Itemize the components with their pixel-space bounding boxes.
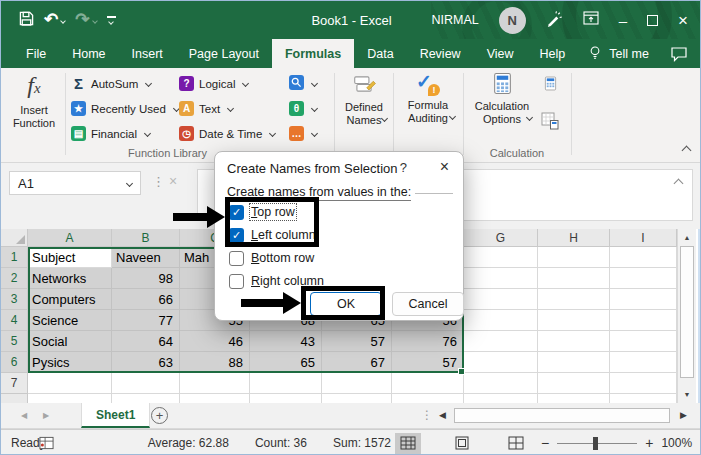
zoom-level[interactable]: 100% xyxy=(661,436,692,450)
tab-review[interactable]: Review xyxy=(407,39,474,68)
cell-A4[interactable]: Science xyxy=(28,310,112,331)
cell-I5[interactable] xyxy=(610,331,677,352)
cell-A6[interactable]: Pysics xyxy=(28,352,112,373)
cell-B8[interactable] xyxy=(112,394,180,403)
cell-E5[interactable]: 57 xyxy=(322,331,392,352)
cell-I1[interactable] xyxy=(610,247,677,268)
cell-H2[interactable] xyxy=(538,268,610,289)
column-header-A[interactable]: A xyxy=(28,229,112,247)
cell-I6[interactable] xyxy=(610,352,677,373)
cell-B3[interactable]: 66 xyxy=(112,289,180,310)
name-box-dropdown-icon[interactable] xyxy=(126,179,133,186)
zoom-out-icon[interactable]: − xyxy=(541,435,549,451)
cell-F7[interactable] xyxy=(392,373,464,394)
zoom-slider[interactable] xyxy=(557,443,637,444)
ok-button[interactable]: OK xyxy=(310,292,382,316)
checkbox-option-top-row[interactable]: ✓Top row xyxy=(229,204,324,220)
cell-A2[interactable]: Networks xyxy=(28,268,112,289)
cell-I7[interactable] xyxy=(610,373,677,394)
cell-H4[interactable] xyxy=(538,310,610,331)
zoom-in-icon[interactable]: + xyxy=(645,435,653,451)
cell-D6[interactable]: 65 xyxy=(250,352,322,373)
minimize-button[interactable]: – xyxy=(619,13,627,28)
recently-used-button[interactable]: ★ Recently Used xyxy=(71,98,179,119)
tab-data[interactable]: Data xyxy=(354,39,406,68)
checkbox-option-bottom-row[interactable]: Bottom row xyxy=(229,250,324,266)
unchecked-checkbox-icon[interactable] xyxy=(229,274,244,289)
tab-formulas[interactable]: Formulas xyxy=(272,39,354,68)
cell-H3[interactable] xyxy=(538,289,610,310)
close-button[interactable]: × xyxy=(678,12,688,29)
cell-H1[interactable] xyxy=(538,247,610,268)
calculation-options-button[interactable]: Calculation Options xyxy=(467,72,537,120)
financial-button[interactable]: ▤ Financial xyxy=(71,123,179,144)
normal-view-button[interactable] xyxy=(395,433,421,455)
calculate-sheet-icon[interactable] xyxy=(541,112,559,134)
ribbon-display-options-icon[interactable] xyxy=(583,11,599,29)
cancel-button[interactable]: Cancel xyxy=(392,292,464,316)
tab-home[interactable]: Home xyxy=(59,39,118,68)
column-header-B[interactable]: B xyxy=(112,229,180,247)
cell-E8[interactable] xyxy=(322,394,392,403)
cell-D7[interactable] xyxy=(250,373,322,394)
scroll-up-icon[interactable]: ▲ xyxy=(678,230,696,245)
row-header-6[interactable]: 6 xyxy=(1,352,28,373)
ink-editor-icon[interactable] xyxy=(546,10,563,31)
tab-bar-splitter[interactable]: ⋮ xyxy=(421,408,433,422)
tab-page-layout[interactable]: Page Layout xyxy=(176,39,272,68)
cell-G2[interactable] xyxy=(464,268,538,289)
cell-B5[interactable]: 64 xyxy=(112,331,180,352)
cell-F5[interactable]: 76 xyxy=(392,331,464,352)
cell-H6[interactable] xyxy=(538,352,610,373)
cell-A7[interactable] xyxy=(28,373,112,394)
cell-F6[interactable]: 57 xyxy=(392,352,464,373)
maximize-button[interactable] xyxy=(647,15,658,26)
scroll-down-icon[interactable]: ▼ xyxy=(678,387,696,402)
tab-view[interactable]: View xyxy=(474,39,527,68)
cell-A1[interactable]: Subject xyxy=(28,247,112,268)
cell-B6[interactable]: 63 xyxy=(112,352,180,373)
autosum-button[interactable]: Σ AutoSum xyxy=(71,73,179,94)
select-all-corner[interactable] xyxy=(1,229,28,247)
horizontal-scroll-thumb[interactable] xyxy=(454,408,670,423)
name-box[interactable]: A1 xyxy=(9,171,141,195)
cell-D5[interactable]: 43 xyxy=(250,331,322,352)
cell-I8[interactable] xyxy=(610,394,677,403)
checked-checkbox-icon[interactable]: ✓ xyxy=(229,205,244,220)
text-button[interactable]: A Text xyxy=(179,98,275,119)
cell-H5[interactable] xyxy=(538,331,610,352)
sheet-tab[interactable]: Sheet1 xyxy=(81,403,150,428)
cell-A8[interactable] xyxy=(28,394,112,403)
tab-file[interactable]: File xyxy=(13,39,59,68)
cell-A5[interactable]: Social xyxy=(28,331,112,352)
cell-B1[interactable]: Naveen xyxy=(112,247,180,268)
cell-I2[interactable] xyxy=(610,268,677,289)
cell-B2[interactable]: 98 xyxy=(112,268,180,289)
tab-insert[interactable]: Insert xyxy=(119,39,176,68)
cell-I4[interactable] xyxy=(610,310,677,331)
dialog-close-icon[interactable]: × xyxy=(440,158,449,176)
page-break-preview-button[interactable] xyxy=(503,433,529,455)
comments-icon[interactable] xyxy=(670,39,688,68)
avatar[interactable]: N xyxy=(499,7,526,34)
row-header-5[interactable]: 5 xyxy=(1,331,28,352)
cell-G4[interactable] xyxy=(464,310,538,331)
cell-B4[interactable]: 77 xyxy=(112,310,180,331)
collapse-ribbon-icon[interactable] xyxy=(682,146,692,156)
cell-C5[interactable]: 46 xyxy=(180,331,250,352)
cell-G3[interactable] xyxy=(464,289,538,310)
column-header-G[interactable]: G xyxy=(464,229,538,247)
row-header-1[interactable]: 1 xyxy=(1,247,28,268)
cell-I3[interactable] xyxy=(610,289,677,310)
defined-names-button[interactable]: Defined Names xyxy=(337,72,391,121)
date-time-button[interactable]: ◷ Date & Time xyxy=(179,123,275,144)
cell-H7[interactable] xyxy=(538,373,610,394)
lookup-reference-button[interactable] xyxy=(289,73,317,94)
column-header-H[interactable]: H xyxy=(538,229,610,247)
checked-checkbox-icon[interactable]: ✓ xyxy=(229,228,244,243)
cell-E6[interactable]: 67 xyxy=(322,352,392,373)
row-header-2[interactable]: 2 xyxy=(1,268,28,289)
vertical-scroll-thumb[interactable] xyxy=(680,246,694,378)
cell-G8[interactable] xyxy=(464,394,538,403)
math-trig-button[interactable]: θ xyxy=(289,98,317,119)
